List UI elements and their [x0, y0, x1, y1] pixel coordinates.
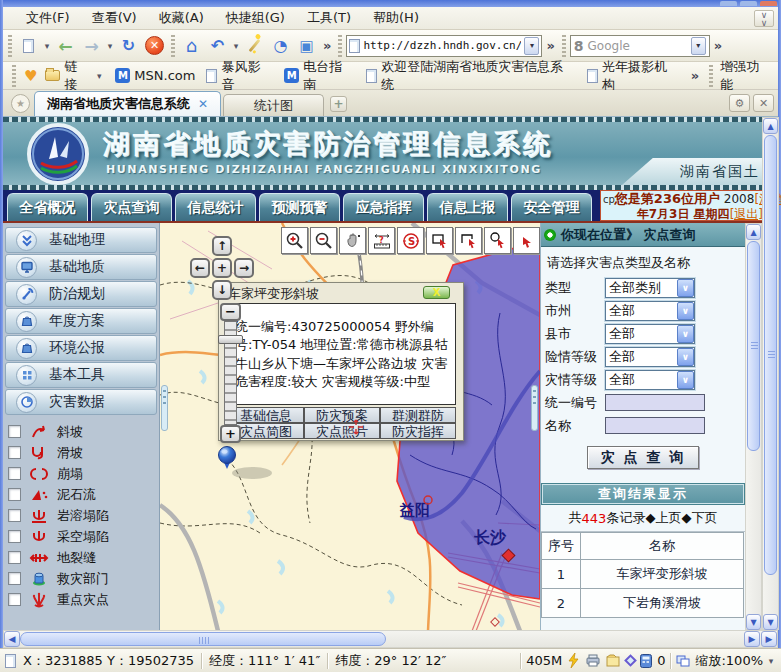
row-name[interactable]: 车家坪变形斜坡 [581, 560, 744, 589]
point-select-tool[interactable] [513, 227, 540, 254]
url-dropdown-button[interactable]: ▾ [524, 37, 539, 55]
tab-disaster-system[interactable]: 湖南省地质灾害信息系统 ✕ [34, 91, 221, 116]
popup-basic-info-button[interactable]: 基础信息 [228, 407, 304, 423]
search-overflow[interactable]: » [711, 38, 725, 53]
toolbar-grip[interactable] [338, 35, 342, 57]
menu-tools[interactable]: 工具(T) [296, 6, 362, 30]
zoom-minus-button[interactable]: − [220, 303, 241, 321]
zoom-slider-handle[interactable] [218, 335, 243, 344]
type-select[interactable]: 全部类别 ∨ [605, 278, 695, 298]
popup-prevention-plan-button[interactable]: 防灾预案 [304, 407, 380, 423]
chevron-down-icon[interactable]: ∨ [677, 348, 694, 366]
toolbar-grip[interactable] [171, 35, 175, 57]
bookmark-msn[interactable]: M MSN.com [112, 66, 198, 85]
scroll-right-icon[interactable]: ▶ [761, 631, 777, 647]
menu-groups[interactable]: 快捷组(G) [215, 6, 296, 30]
new-page-caret[interactable]: ▾ [42, 41, 52, 51]
nav-info-statistics[interactable]: 信息统计 [175, 193, 256, 221]
chevron-down-icon[interactable]: ∨ [677, 302, 694, 320]
page-scrollbar[interactable]: ▲ ▼ [762, 117, 779, 630]
layer-checkbox[interactable] [8, 593, 21, 606]
menu-file[interactable]: 文件(F) [15, 6, 81, 30]
popup-site-photo-button[interactable]: 灾点照片 [304, 423, 380, 439]
new-page-button[interactable] [16, 33, 41, 59]
tab-settings-button[interactable]: ⚙ [729, 94, 750, 112]
chevron-down-icon[interactable]: ∨ [677, 371, 694, 389]
layer-checkbox[interactable] [8, 551, 21, 564]
close-window-button[interactable] [760, 1, 777, 6]
panel-scroll-right-icon[interactable]: ▶ [744, 631, 760, 647]
next-page-link[interactable]: ◆下页 [681, 509, 717, 527]
exit-link[interactable]: [退出] [730, 207, 763, 221]
chevron-down-icon[interactable]: ∨ [677, 279, 694, 297]
scroll-up-icon[interactable]: ▲ [746, 224, 761, 240]
menu-favorites[interactable]: 收藏(A) [148, 6, 215, 30]
panel-scrollbar[interactable]: ▲ ▼ [745, 223, 762, 630]
nav-emergency-command[interactable]: 应急指挥 [343, 193, 424, 221]
pan-tool[interactable] [339, 227, 366, 254]
sidebar-group-basic-geography[interactable]: 基础地理 [5, 227, 157, 253]
zoom-in-tool[interactable] [281, 227, 308, 254]
city-select[interactable]: 全部 ∨ [605, 301, 695, 321]
select-by-feature-tool[interactable]: S [397, 227, 424, 254]
pan-down-button[interactable]: ↓ [212, 280, 232, 300]
bookmarks-overflow[interactable]: » [688, 68, 702, 83]
favorite-star-button[interactable]: ★ [11, 94, 30, 113]
toolbar-grip[interactable] [8, 35, 12, 57]
history-dropdown-caret[interactable]: ▾ [105, 41, 115, 51]
sidebar-group-annual-plan[interactable]: 年度方案 [5, 308, 157, 334]
popup-group-monitoring-button[interactable]: 群测群防 [380, 407, 456, 423]
prev-page-link[interactable]: ◆上页 [645, 509, 681, 527]
measure-tool[interactable]: ? [368, 227, 395, 254]
layer-checkbox[interactable] [8, 530, 21, 543]
bookmarks-grip[interactable] [709, 65, 713, 87]
extensions-label[interactable]: 增强功能 [720, 58, 772, 94]
boost-lightning-icon[interactable] [567, 653, 580, 668]
sidebar-group-disaster-data[interactable]: 灾害数据 [5, 389, 157, 415]
printer-icon[interactable] [585, 654, 601, 667]
horizontal-scrollbar[interactable]: ◀ ▶ ▶ [3, 630, 778, 648]
layer-checkbox[interactable] [8, 446, 21, 459]
popup-command-button[interactable]: 防灾指挥 [380, 423, 456, 439]
menu-view[interactable]: 查看(V) [81, 6, 148, 30]
counter-icon[interactable] [640, 654, 652, 668]
close-tab-icon[interactable]: ✕ [198, 97, 208, 111]
stop-button[interactable]: ✕ [142, 33, 167, 59]
scroll-down-icon[interactable]: ▼ [763, 614, 778, 630]
close-tabs-button[interactable]: ✕ [753, 94, 774, 112]
scroll-left-icon[interactable]: ◀ [4, 631, 20, 647]
circle-select-tool[interactable] [484, 227, 511, 254]
risk-level-select[interactable]: 全部 ∨ [605, 347, 695, 367]
panel-scroll-thumb[interactable] [747, 241, 760, 451]
nav-security-management[interactable]: 安全管理 [511, 193, 592, 221]
search-box[interactable]: 8 Google ▾ [570, 35, 710, 57]
gesture-diamond-icon[interactable] [624, 654, 637, 667]
scroll-down-icon[interactable]: ▼ [746, 614, 761, 630]
resize-panes-icon[interactable] [676, 655, 690, 667]
zoom-control[interactable]: 缩放:100% ▾ [695, 652, 776, 670]
county-select[interactable]: 全部 ∨ [605, 324, 695, 344]
toolbar-grip[interactable] [562, 35, 566, 57]
layer-checkbox[interactable] [8, 425, 21, 438]
layer-checkbox[interactable] [8, 467, 21, 480]
search-placeholder[interactable]: Google [588, 39, 687, 53]
rectangle-deselect-tool[interactable] [455, 227, 482, 254]
maximize-button[interactable] [740, 1, 757, 6]
splitter-handle[interactable] [531, 385, 538, 431]
page-scroll-thumb[interactable] [764, 135, 777, 575]
home-button[interactable]: ⌂ [179, 33, 204, 59]
sidebar-group-basic-geology[interactable]: 基础地质 [5, 254, 157, 280]
menu-help[interactable]: 帮助(H) [362, 6, 430, 30]
search-engine-caret[interactable]: ▾ [691, 37, 706, 55]
splitter-handle[interactable] [161, 385, 168, 431]
nav-province-overview[interactable]: 全省概况 [7, 193, 88, 221]
layer-checkbox[interactable] [8, 488, 21, 501]
tab-statistics-chart[interactable]: 统计图 [223, 94, 324, 116]
nav-info-report[interactable]: 信息上报 [427, 193, 508, 221]
row-name[interactable]: 下岩角溪滑坡 [581, 589, 744, 618]
disaster-level-select[interactable]: 全部 ∨ [605, 370, 695, 390]
uniform-id-input[interactable] [605, 394, 705, 411]
nav-forecast-warning[interactable]: 预测预警 [259, 193, 340, 221]
url-text[interactable]: http://dzzh.hndh.gov.cn/gr [363, 39, 521, 52]
new-tab-button[interactable]: + [330, 96, 347, 112]
